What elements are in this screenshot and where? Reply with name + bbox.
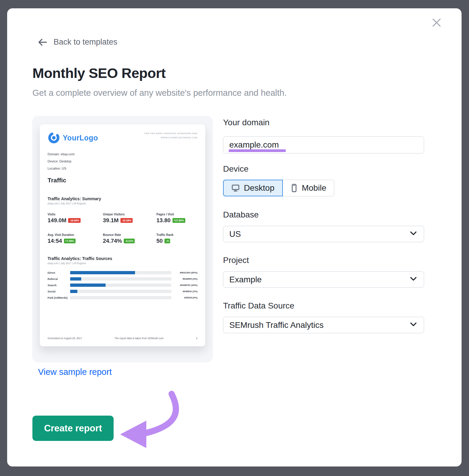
stat-traffic-rank: Traffic Rank 50↑6	[156, 233, 197, 244]
traffic-source-select-value: SEMrush Traffic Analytics	[229, 320, 324, 330]
summary-stats-grid: Visits 149.0M-16.69% Unique Visitors 39.…	[48, 213, 197, 244]
project-label: Project	[223, 256, 249, 265]
sources-title: Traffic Analytics: Traffic Sources	[48, 256, 197, 261]
view-sample-report-link[interactable]: View sample report	[38, 367, 112, 377]
report-logo-text: YourLogo	[63, 134, 98, 142]
stat-bounce-rate: Bounce Rate 24.74%-6.31%	[103, 233, 156, 244]
domain-label: Your domain	[223, 118, 269, 127]
bar-fill	[70, 277, 81, 281]
traffic-source-select[interactable]: SEMrush Traffic Analytics	[223, 317, 424, 333]
bar-track	[70, 290, 171, 293]
summary-title: Traffic Analytics: Summary	[48, 196, 197, 201]
chevron-down-icon	[409, 320, 418, 331]
device-option-mobile[interactable]: Mobile	[283, 180, 334, 196]
report-meta-location: Location: US	[48, 167, 197, 170]
chevron-down-icon	[409, 228, 418, 239]
summary-subtitle: ebay.com | July 2017 | All Regions	[48, 202, 197, 205]
page-title: Monthly SEO Report	[32, 65, 166, 81]
report-address-line2: WWW.EXAMPLEDOMAIN.COM	[144, 136, 197, 140]
device-option-desktop-label: Desktop	[244, 183, 275, 193]
report-meta: Domain: ebay.com Device: Desktop Locatio…	[48, 152, 197, 170]
bar-fill	[70, 284, 106, 287]
sources-subtitle: ebay.com | July 2017 | All Regions	[48, 262, 197, 265]
bar-fill	[70, 290, 77, 293]
traffic-source-label: Traffic Data Source	[223, 301, 294, 311]
bar-track	[70, 296, 171, 299]
report-sources-section: Traffic Analytics: Traffic Sources ebay.…	[48, 256, 197, 301]
monitor-icon	[231, 184, 240, 192]
stat-pages-per-visit: Pages / Visit 13.80+27.80%	[156, 213, 197, 224]
domain-input-value: example.com	[229, 140, 279, 150]
report-footer: Generated on August 28, 2017 The report …	[48, 337, 197, 340]
report-address-line1: FAR FAR AWAY KINGDOM, NOWHERELAND	[144, 131, 197, 136]
report-preview-card: YourLogo FAR FAR AWAY KINGDOM, NOWHERELA…	[32, 116, 213, 362]
bar-track	[70, 284, 171, 287]
screen: { "modal": { "back_label": "Back to temp…	[0, 0, 469, 476]
smartphone-icon	[291, 184, 298, 192]
bar-row-social: Social 3645816 (2%)	[48, 288, 197, 295]
device-option-mobile-label: Mobile	[302, 183, 326, 193]
status-badge: +7.58%	[64, 239, 76, 243]
bar-row-paid: Paid (AdWords) 105428 (0%)	[48, 295, 197, 301]
status-badge: -16.69%	[68, 218, 81, 223]
create-report-button[interactable]: Create report	[32, 416, 114, 441]
bar-track	[70, 271, 171, 274]
project-select[interactable]: Example	[223, 271, 424, 288]
report-footer-page-number: 2	[196, 337, 197, 340]
database-select[interactable]: US	[223, 226, 424, 242]
domain-input[interactable]: example.com	[223, 136, 424, 154]
status-badge: -20.58%	[120, 218, 133, 223]
report-meta-domain: Domain: ebay.com	[48, 152, 197, 156]
report-section-title: Traffic	[48, 177, 197, 184]
database-label: Database	[223, 210, 259, 220]
bar-row-direct: Direct 89631303 (60%)	[48, 270, 197, 276]
chevron-down-icon	[409, 274, 418, 285]
arrow-left-icon	[37, 38, 48, 47]
bar-row-referral: Referral 5628505 (4%)	[48, 276, 197, 282]
close-icon[interactable]	[430, 16, 443, 29]
report-logo: YourLogo	[48, 131, 98, 144]
status-badge: ↑6	[164, 239, 170, 243]
report-address: FAR FAR AWAY KINGDOM, NOWHERELAND WWW.EX…	[144, 131, 197, 140]
device-label: Device	[223, 164, 249, 174]
report-summary-section: Traffic Analytics: Summary ebay.com | Ju…	[48, 196, 197, 244]
status-badge: -6.31%	[124, 239, 135, 243]
database-select-value: US	[229, 229, 241, 239]
stat-unique-visitors: Unique Visitors 39.1M-20.58%	[103, 213, 156, 224]
stat-visits: Visits 149.0M-16.69%	[48, 213, 103, 224]
project-select-value: Example	[229, 275, 262, 284]
circle-logo-icon	[48, 131, 60, 144]
back-link-label: Back to templates	[54, 37, 117, 47]
purple-curved-arrow-annotation	[110, 381, 184, 455]
bar-fill	[70, 271, 135, 274]
sources-bar-chart: Direct 89631303 (60%) Referral 5628505 (…	[48, 270, 197, 301]
report-footer-source: The report data is taken from SEMrush.co…	[114, 337, 164, 340]
report-preview-page: YourLogo FAR FAR AWAY KINGDOM, NOWHERELA…	[40, 124, 205, 346]
create-report-modal: Back to templates Monthly SEO Report Get…	[7, 8, 462, 466]
device-option-desktop[interactable]: Desktop	[223, 180, 283, 196]
page-subtitle: Get a complete overview of any website's…	[32, 88, 287, 98]
status-badge: +27.80%	[172, 218, 186, 223]
report-meta-device: Device: Desktop	[48, 159, 197, 163]
stat-avg-visit-duration: Avg. Visit Duration 14:54+7.58%	[48, 233, 103, 244]
bar-track	[70, 277, 171, 281]
device-toggle: Desktop Mobile	[223, 180, 334, 196]
purple-underline-annotation	[229, 149, 286, 152]
back-to-templates-link[interactable]: Back to templates	[37, 37, 117, 47]
report-footer-date: Generated on August 28, 2017	[48, 337, 82, 340]
bar-row-search: Search 49438702 (34%)	[48, 282, 197, 288]
